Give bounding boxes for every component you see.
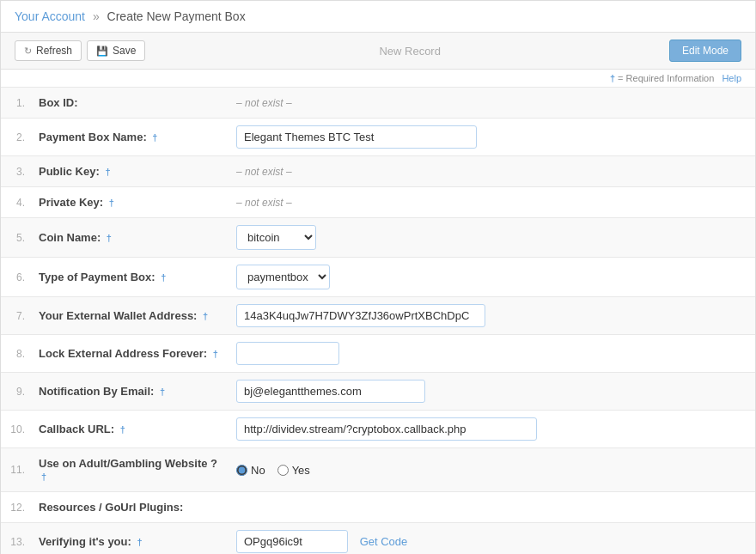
row-num: 3. [1, 156, 32, 187]
table-row: 1. Box ID: – not exist – [1, 88, 755, 119]
save-label: Save [113, 45, 136, 57]
table-row: 4. Private Key: † – not exist – [1, 187, 755, 218]
required-star: † [107, 233, 112, 243]
adult-gambling-radio-group: No Yes [236, 464, 748, 477]
row-label: Coin Name: † [32, 218, 229, 258]
required-star: † [161, 272, 166, 283]
row-label: Public Key: † [32, 156, 229, 187]
row-label: Payment Box Name: † [32, 119, 229, 156]
row-num: 13. [1, 523, 32, 555]
row-label: Your External Wallet Address: † [32, 297, 229, 335]
table-row: 8. Lock External Address Forever: † [1, 335, 755, 373]
page-header: Your Account » Create New Payment Box [1, 1, 755, 33]
required-star: † [213, 349, 218, 359]
save-icon: 💾 [96, 46, 108, 57]
row-value: bitcoin litecoin ethereum dogecoin [229, 218, 755, 258]
box-id-value: – not exist – [236, 97, 292, 109]
required-star: † [203, 311, 208, 321]
row-num: 4. [1, 187, 32, 218]
wallet-address-input[interactable] [236, 304, 485, 327]
save-button[interactable]: 💾 Save [87, 40, 145, 61]
required-note: † = Required Information Help [1, 70, 755, 88]
row-num: 7. [1, 297, 32, 335]
table-row: 7. Your External Wallet Address: † [1, 297, 755, 335]
table-row: 10. Callback URL: † [1, 411, 755, 448]
record-status: New Record [150, 45, 669, 58]
table-row: 11. Use on Adult/Gambling Website ? † No… [1, 448, 755, 492]
lock-address-input[interactable] [236, 342, 339, 365]
callback-url-input[interactable] [236, 417, 537, 441]
table-row: 9. Notification By Email: † [1, 373, 755, 411]
row-label: Notification By Email: † [32, 373, 229, 411]
account-link[interactable]: Your Account [15, 9, 85, 23]
edit-mode-button[interactable]: Edit Mode [669, 40, 741, 62]
get-code-link[interactable]: Get Code [360, 535, 408, 548]
table-row: 2. Payment Box Name: † [1, 119, 755, 156]
row-label: Type of Payment Box: † [32, 258, 229, 297]
row-value: – not exist – [229, 156, 755, 187]
row-value: paymentbox donationbox [229, 258, 755, 297]
public-key-value: – not exist – [236, 166, 292, 178]
row-value [229, 119, 755, 156]
help-link[interactable]: Help [722, 73, 741, 83]
row-label: Lock External Address Forever: † [32, 335, 229, 373]
table-row: 13. Verifying it's you: † Get Code [1, 523, 755, 555]
refresh-button[interactable]: ↻ Refresh [15, 40, 82, 61]
private-key-value: – not exist – [236, 197, 292, 209]
row-label: Verifying it's you: † [32, 523, 229, 555]
table-row: 6. Type of Payment Box: † paymentbox don… [1, 258, 755, 297]
row-num: 8. [1, 335, 32, 373]
row-value: Get Code [229, 523, 755, 555]
required-star: † [120, 424, 125, 435]
form-table: 1. Box ID: – not exist – 2. Payment Box … [1, 88, 755, 554]
required-marker: † [610, 73, 615, 83]
radio-yes[interactable] [277, 465, 289, 476]
row-num: 2. [1, 119, 32, 156]
row-num: 1. [1, 88, 32, 119]
row-value [229, 335, 755, 373]
table-row: 5. Coin Name: † bitcoin litecoin ethereu… [1, 218, 755, 258]
row-value [229, 492, 755, 523]
radio-no[interactable] [236, 465, 247, 476]
row-num: 5. [1, 218, 32, 258]
toolbar: ↻ Refresh 💾 Save New Record Edit Mode [1, 33, 755, 70]
required-star: † [137, 537, 142, 547]
row-label: Use on Adult/Gambling Website ? † [32, 448, 229, 492]
row-label: Private Key: † [32, 187, 229, 218]
page-title: Create New Payment Box [107, 9, 246, 23]
notification-email-input[interactable] [236, 380, 425, 403]
refresh-icon: ↻ [24, 46, 32, 57]
row-value: – not exist – [229, 88, 755, 119]
required-star: † [109, 198, 114, 208]
row-label: Callback URL: † [32, 411, 229, 448]
row-value: – not exist – [229, 187, 755, 218]
payment-box-name-input[interactable] [236, 125, 477, 149]
row-num: 9. [1, 373, 32, 411]
row-value: No Yes [229, 448, 755, 492]
radio-yes-label[interactable]: Yes [277, 464, 310, 477]
row-value [229, 411, 755, 448]
breadcrumb-separator: » [93, 9, 100, 23]
row-label: Box ID: [32, 88, 229, 119]
table-row: 3. Public Key: † – not exist – [1, 156, 755, 187]
radio-no-label[interactable]: No [236, 464, 265, 477]
payment-box-type-select[interactable]: paymentbox donationbox [236, 265, 330, 289]
required-star: † [160, 387, 165, 397]
row-label: Resources / GoUrl Plugins: [32, 492, 229, 523]
required-star: † [152, 132, 157, 143]
verify-input[interactable] [236, 530, 348, 553]
table-row: 12. Resources / GoUrl Plugins: [1, 492, 755, 523]
coin-name-select[interactable]: bitcoin litecoin ethereum dogecoin [236, 225, 316, 250]
required-text: = Required Information [618, 73, 714, 83]
required-star: † [41, 472, 46, 482]
row-num: 11. [1, 448, 32, 492]
row-value [229, 373, 755, 411]
row-value [229, 297, 755, 335]
refresh-label: Refresh [36, 45, 72, 57]
row-num: 10. [1, 411, 32, 448]
row-num: 6. [1, 258, 32, 297]
row-num: 12. [1, 492, 32, 523]
required-star: † [105, 167, 110, 177]
